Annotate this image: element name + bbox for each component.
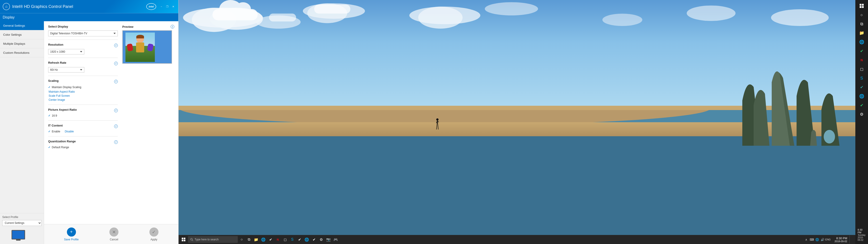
quantization-range-label: Quantization Range [48, 140, 76, 143]
right-tb-date: 2018-09-02 [858, 236, 866, 241]
picture-aspect-ratio-header: Picture Aspect Ratio i [48, 108, 118, 113]
right-tb-edge-icon[interactable]: 🌐 [858, 92, 866, 100]
close-button[interactable]: ✕ [170, 5, 176, 8]
right-taskbar: ○ ⧉ 📁 🌐 ✔ N ◻ S ✔ 🌐 ✔ ⚙ 8:30 PM Sunday 2… [855, 0, 868, 244]
select-display-dropdown[interactable]: Digital Television TOSHIBA-TV [48, 30, 118, 36]
start-button[interactable] [180, 236, 188, 244]
quantization-range-info-icon[interactable]: i [114, 140, 118, 144]
sidebar-item-color-settings[interactable]: Color Settings [0, 30, 44, 39]
svg-point-11 [771, 9, 829, 26]
select-display-row: Select Display Digital Television TOSHIB… [48, 25, 118, 36]
cancel-label: Cancel [110, 238, 118, 241]
picture-aspect-ratio-info-icon[interactable]: i [114, 109, 118, 112]
taskbar-box-icon[interactable]: ◻ [282, 236, 288, 244]
taskbar-taskview-icon[interactable]: ⧉ [246, 236, 252, 244]
right-tb-chrome-icon[interactable]: 🌐 [858, 38, 866, 46]
taskbar-netflix-icon[interactable]: N [274, 236, 281, 244]
monitor-icon-large [11, 230, 25, 240]
cancel-button[interactable]: ✕ Cancel [110, 227, 119, 241]
runner-silhouette [436, 118, 439, 131]
tray-expand-icon[interactable]: ∧ [804, 236, 809, 244]
svg-rect-26 [862, 4, 864, 6]
svg-rect-22 [184, 240, 185, 241]
apply-label: Apply [151, 238, 157, 241]
svg-rect-25 [860, 4, 862, 6]
taskbar-app13-icon[interactable]: 📷 [325, 236, 332, 244]
apply-button[interactable]: ✓ Apply [149, 227, 158, 241]
save-profile-button[interactable]: + Save Profile [64, 227, 79, 241]
right-tb-intel-icon[interactable]: ⚙ [858, 110, 866, 118]
divider-4 [48, 104, 118, 105]
right-tb-cortana-icon[interactable]: ◻ [858, 65, 866, 73]
svg-point-23 [191, 238, 192, 240]
app-title: Intel® HD Graphics Control Panel [12, 4, 73, 9]
right-tb-search-icon[interactable]: ○ [858, 11, 866, 19]
sidebar-item-general-settings[interactable]: General Settings [0, 21, 44, 30]
svg-point-7 [418, 6, 463, 29]
right-tb-check-icon[interactable]: ✔ [858, 47, 866, 55]
it-content-header: IT Content i [48, 124, 118, 128]
scaling-center-image[interactable]: Center Image [48, 98, 118, 101]
left-settings: Select Display Digital Television TOSHIB… [48, 25, 118, 220]
quantization-range-header: Quantization Range i [48, 140, 118, 144]
home-icon[interactable]: ⌂ [3, 3, 10, 10]
tray-network-icon[interactable]: 🌐 [815, 236, 819, 244]
divider-1 [48, 39, 118, 40]
profile-dropdown[interactable]: Current Settings [2, 220, 41, 226]
minimize-button[interactable]: − [159, 5, 164, 8]
taskbar-cortana-icon[interactable]: ○ [238, 236, 245, 244]
refresh-rate-info-icon[interactable]: i [114, 62, 118, 65]
apply-icon: ✓ [149, 227, 158, 237]
it-content-info-icon[interactable]: i [114, 124, 118, 128]
taskbar-skype-icon[interactable]: S [289, 236, 296, 244]
taskbar: Type here to search ○ ⧉ 📁 🌐 ✔ N ◻ S ✔ 🌐 … [179, 235, 855, 244]
right-tb-explorer-icon[interactable]: 📁 [858, 29, 866, 37]
scaling-maintain-display[interactable]: Maintain Display Scaling [48, 85, 118, 89]
title-bar-left: ⌂ Intel® HD Graphics Control Panel [3, 3, 73, 10]
taskbar-messaging-icon[interactable]: ✔ [296, 236, 303, 244]
taskbar-search[interactable]: Type here to search [188, 236, 238, 243]
right-tb-start-icon[interactable] [858, 2, 866, 10]
scaling-maintain-aspect-ratio[interactable]: Maintain Aspect Ratio [48, 90, 118, 93]
right-tb-mail-icon[interactable]: ✔ [858, 83, 866, 91]
right-tb-netflix-icon[interactable]: N [858, 56, 866, 64]
panel-body: General Settings Color Settings Multiple… [0, 21, 178, 244]
svg-point-9 [602, 13, 643, 26]
right-tb-shield-icon[interactable]: ✔ [858, 101, 866, 109]
tray-keyboard-icon[interactable]: ⌨ [809, 236, 814, 244]
tray-show-desktop-icon[interactable] [849, 236, 855, 244]
right-tb-skype-icon[interactable]: S [858, 74, 866, 82]
preview-info-icon[interactable]: i [170, 25, 174, 28]
quantization-range-value: ✓ Default Range [48, 146, 118, 149]
resolution-dropdown[interactable]: 1920 x 1080 1280 x 720 3840 x 2160 [48, 49, 84, 55]
select-profile-label: Select Profile [2, 216, 41, 219]
resolution-info-icon[interactable]: i [114, 43, 118, 47]
tray-volume-icon[interactable]: 🔊 [820, 236, 825, 244]
it-content-enable[interactable]: ✓ Enable [48, 130, 60, 133]
scaling-info-icon[interactable]: i [114, 80, 118, 83]
save-profile-label: Save Profile [64, 238, 79, 241]
refresh-rate-dropdown[interactable]: 60i Hz 60p Hz 30p Hz [48, 67, 84, 72]
taskbar-edge-icon[interactable]: 🌐 [260, 236, 267, 244]
taskbar-app14-icon[interactable]: 🎮 [332, 236, 339, 244]
taskbar-check-icon[interactable]: ✔ [267, 236, 274, 244]
intel-panel: ⌂ Intel® HD Graphics Control Panel intel… [0, 0, 179, 244]
it-content-options: ✓ Enable Disable [48, 130, 118, 133]
svg-point-10 [687, 5, 736, 21]
taskbar-chrome-icon[interactable]: 🌐 [303, 236, 310, 244]
picture-aspect-ratio-label: Picture Aspect Ratio [48, 108, 77, 111]
taskbar-shield-icon[interactable]: ✔ [311, 236, 317, 244]
display-subheader: Display [0, 13, 178, 21]
clock-area[interactable]: 8:30 PM 2018-09-02 [831, 237, 849, 243]
scaling-full-screen[interactable]: Scale Full Screen [48, 94, 118, 97]
right-tb-clock-icon[interactable]: 8:30 PM Sunday 2018-09-02 [858, 227, 866, 242]
it-content-disable[interactable]: Disable [65, 130, 74, 133]
sidebar-item-multiple-displays[interactable]: Multiple Displays [0, 39, 44, 48]
taskbar-explorer-icon[interactable]: 📁 [253, 236, 259, 244]
it-content-row: IT Content i ✓ Enable Disable [48, 124, 118, 133]
sidebar-item-custom-resolutions[interactable]: Custom Resolutions [0, 48, 44, 57]
tray-lang-icon[interactable]: ENG [826, 236, 831, 244]
restore-button[interactable]: ❐ [165, 5, 170, 8]
taskbar-settings-icon[interactable]: ⚙ [318, 236, 324, 244]
right-tb-taskview-icon[interactable]: ⧉ [858, 20, 866, 28]
